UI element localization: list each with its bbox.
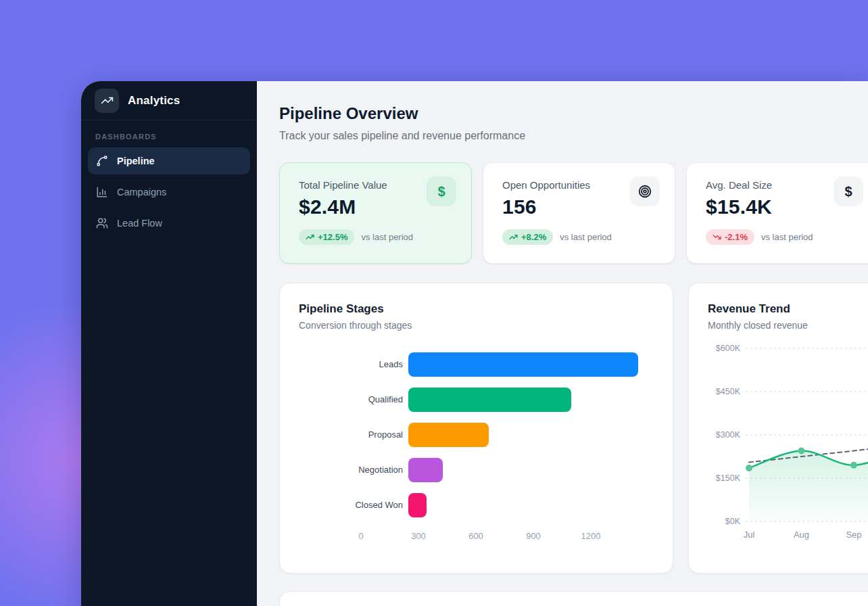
- y-axis-label: $600K: [716, 344, 741, 353]
- charts-row: Pipeline Stages Conversion through stage…: [279, 283, 868, 574]
- y-axis-label: $450K: [716, 387, 741, 396]
- stage-label: Negotiation: [346, 465, 403, 475]
- pipeline-stages-subtitle: Conversion through stages: [299, 320, 654, 331]
- sidebar-item-campaigns[interactable]: Campaigns: [88, 179, 250, 206]
- stage-label: Leads: [346, 359, 403, 370]
- delta-value: +12.5%: [318, 232, 347, 242]
- stage-bar[interactable]: [408, 493, 427, 517]
- pipeline-stages-card: Pipeline Stages Conversion through stage…: [279, 283, 673, 574]
- x-axis-tick: 0: [358, 531, 363, 541]
- brand-name: Analytics: [128, 94, 180, 108]
- data-point-dot[interactable]: [850, 462, 857, 469]
- bottom-card-partial: [279, 591, 868, 606]
- stage-bar-track: [408, 352, 638, 377]
- dollar-icon: $: [834, 177, 863, 206]
- kpi-caption: vs last period: [361, 232, 413, 242]
- stage-bar[interactable]: [408, 352, 638, 377]
- dollar-icon: $: [427, 177, 456, 206]
- kpi-caption: vs last period: [761, 232, 813, 242]
- delta-badge: +8.2%: [502, 229, 553, 245]
- x-axis-tick: 300: [411, 531, 426, 541]
- y-axis-label: $150K: [716, 473, 741, 483]
- sidebar-item-label: Campaigns: [117, 187, 166, 197]
- x-axis-label: Aug: [794, 530, 809, 540]
- data-point-dot[interactable]: [798, 447, 805, 454]
- trending-up-icon: [95, 89, 119, 113]
- pipeline-stages-x-axis: 03006009001200: [361, 528, 591, 543]
- x-axis-tick: 600: [468, 531, 483, 541]
- sidebar-item-label: Lead Flow: [117, 218, 162, 229]
- stage-label: Proposal: [346, 429, 403, 440]
- data-point-dot[interactable]: [746, 465, 752, 471]
- stage-row-closed-won: Closed Won: [346, 493, 654, 517]
- users-icon: [96, 217, 108, 229]
- page-subtitle: Track your sales pipeline and revenue pe…: [279, 130, 868, 142]
- trending-down-icon: [713, 233, 721, 241]
- trending-up-icon: [509, 233, 518, 241]
- x-axis-tick: 1200: [581, 531, 601, 541]
- stage-bar-track: [408, 458, 638, 482]
- sidebar-item-pipeline[interactable]: Pipeline: [88, 147, 250, 174]
- x-axis-label: Jul: [744, 530, 755, 540]
- delta-value: +8.2%: [521, 232, 546, 242]
- main-content: Pipeline Overview Track your sales pipel…: [257, 81, 868, 606]
- stage-label: Qualified: [346, 394, 403, 405]
- delta-badge: -2.1%: [706, 229, 754, 245]
- stage-bar-track: [408, 388, 638, 412]
- stage-bar[interactable]: [408, 388, 571, 412]
- stage-row-proposal: Proposal: [346, 423, 654, 447]
- revenue-trend-title: Revenue Trend: [708, 302, 868, 316]
- delta-value: -2.1%: [725, 232, 748, 242]
- stage-bar[interactable]: [408, 423, 489, 447]
- kpi-card-total-pipeline-value: Total Pipeline Value$2.4M$+12.5%vs last …: [279, 162, 472, 264]
- x-axis-label: Sep: [846, 530, 861, 540]
- y-axis-label: $0K: [725, 517, 741, 526]
- sidebar-item-lead-flow[interactable]: Lead Flow: [88, 210, 250, 237]
- stage-bar-track: [408, 423, 638, 447]
- revenue-trend-card: Revenue Trend Monthly closed revenue $0K…: [688, 283, 868, 574]
- target-icon: [630, 177, 660, 206]
- revenue-trend-chart: $0K$150K$300K$450K$600KJulAugSep: [708, 342, 868, 544]
- app-window: Analytics DASHBOARDS PipelineCampaignsLe…: [81, 81, 868, 606]
- kpi-footer: +12.5%vs last period: [299, 229, 455, 245]
- pipeline-stages-chart: LeadsQualifiedProposalNegotiationClosed …: [346, 352, 654, 517]
- page-title: Pipeline Overview: [279, 104, 868, 123]
- spline-icon: [96, 155, 108, 167]
- brand: Analytics: [81, 81, 257, 120]
- stage-row-qualified: Qualified: [346, 388, 654, 412]
- kpi-card-avg-deal-size: Avg. Deal Size$15.4K$-2.1%vs last period: [686, 162, 868, 264]
- sidebar-section-label: DASHBOARDS: [95, 133, 243, 141]
- bar-chart-icon: [96, 186, 108, 198]
- sidebar: Analytics DASHBOARDS PipelineCampaignsLe…: [81, 81, 257, 606]
- stage-row-negotiation: Negotiation: [346, 458, 654, 482]
- delta-badge: +12.5%: [299, 229, 354, 245]
- trending-up-icon: [306, 233, 314, 241]
- pipeline-stages-title: Pipeline Stages: [299, 302, 654, 316]
- revenue-area-fill: [749, 448, 868, 521]
- kpi-footer: -2.1%vs last period: [706, 229, 862, 245]
- kpi-row: Total Pipeline Value$2.4M$+12.5%vs last …: [279, 162, 868, 264]
- kpi-caption: vs last period: [560, 232, 612, 242]
- y-axis-label: $300K: [716, 430, 741, 440]
- x-axis-tick: 900: [526, 531, 541, 541]
- sidebar-nav: PipelineCampaignsLead Flow: [81, 147, 257, 241]
- stage-label: Closed Won: [346, 500, 403, 511]
- stage-bar[interactable]: [408, 458, 443, 482]
- sidebar-item-label: Pipeline: [117, 156, 155, 166]
- kpi-footer: +8.2%vs last period: [502, 229, 658, 245]
- revenue-trend-subtitle: Monthly closed revenue: [708, 320, 868, 331]
- stage-bar-track: [408, 493, 638, 517]
- stage-row-leads: Leads: [346, 352, 654, 377]
- kpi-card-open-opportunities: Open Opportunities156+8.2%vs last period: [483, 162, 675, 264]
